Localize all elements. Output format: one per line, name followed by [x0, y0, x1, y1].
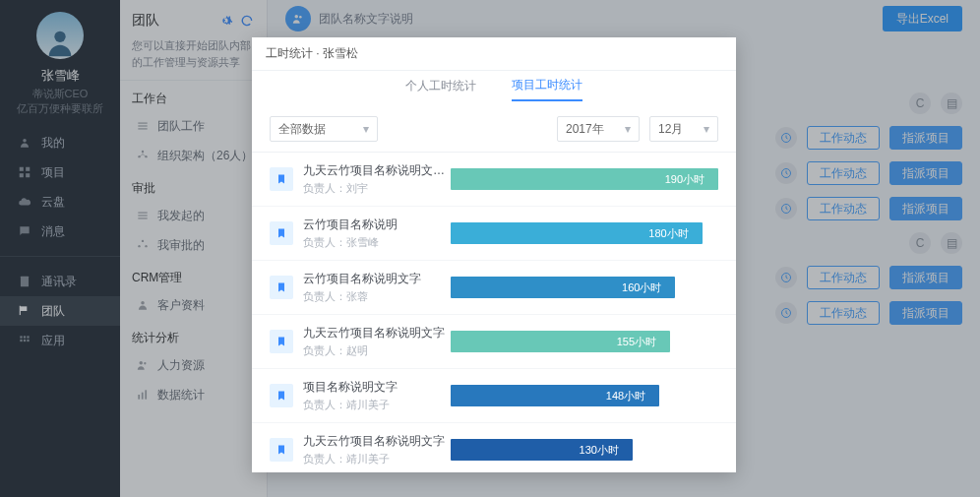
- tab-personal[interactable]: 个人工时统计: [405, 78, 476, 100]
- project-name: 九天云竹项目名称说明文字: [303, 325, 451, 342]
- hours-bar: 180小时: [451, 222, 703, 244]
- bookmark-icon: [270, 167, 293, 191]
- tab-project[interactable]: 项目工时统计: [512, 77, 582, 101]
- project-row[interactable]: 云竹项目名称说明文字负责人：张蓉160小时: [252, 261, 736, 315]
- project-row[interactable]: 九天云竹项目名称说明文字负责人：赵明155小时: [252, 315, 736, 369]
- project-owner: 负责人：张雪峰: [303, 235, 451, 250]
- bookmark-icon: [270, 384, 293, 407]
- project-name: 云竹项目名称说明文字: [303, 271, 451, 287]
- project-name: 云竹项目名称说明: [303, 217, 451, 233]
- project-row[interactable]: 云竹项目名称说明负责人：张雪峰180小时: [252, 207, 736, 261]
- project-name: 九天云竹项目名称说明文字: [303, 433, 451, 450]
- hours-bar: 148小时: [451, 385, 659, 406]
- project-owner: 负责人：靖川美子: [303, 398, 451, 412]
- filter-month[interactable]: 12月▾: [649, 116, 718, 142]
- project-owner: 负责人：赵明: [303, 343, 451, 358]
- hours-bar: 190小时: [451, 168, 718, 190]
- project-row[interactable]: 九天云竹项目名称说明文字负责人：靖川美子130小时: [252, 423, 736, 472]
- filter-dataset[interactable]: 全部数据▾: [270, 116, 378, 142]
- project-list: 九天云竹项目名称说明文字...负责人：刘宇190小时云竹项目名称说明负责人：张雪…: [252, 153, 736, 472]
- bookmark-icon: [270, 276, 293, 299]
- filter-year[interactable]: 2017年▾: [557, 116, 640, 142]
- timesheet-modal: 工时统计 · 张雪松 个人工时统计 项目工时统计 全部数据▾ 2017年▾ 12…: [252, 37, 736, 472]
- modal-title: 工时统计 · 张雪松: [252, 37, 736, 71]
- hours-bar: 160小时: [451, 277, 675, 298]
- project-owner: 负责人：刘宇: [303, 181, 451, 196]
- project-owner: 负责人：张蓉: [303, 289, 451, 304]
- hours-bar: 155小时: [451, 331, 670, 352]
- project-row[interactable]: 项目名称说明文字负责人：靖川美子148小时: [252, 369, 736, 423]
- hours-bar: 130小时: [451, 439, 633, 461]
- project-row[interactable]: 九天云竹项目名称说明文字...负责人：刘宇190小时: [252, 153, 736, 207]
- bookmark-icon: [270, 221, 293, 245]
- bookmark-icon: [270, 438, 293, 462]
- bookmark-icon: [270, 330, 293, 353]
- project-name: 项目名称说明文字: [303, 379, 451, 396]
- project-name: 九天云竹项目名称说明文字...: [303, 162, 451, 179]
- project-owner: 负责人：靖川美子: [303, 452, 451, 466]
